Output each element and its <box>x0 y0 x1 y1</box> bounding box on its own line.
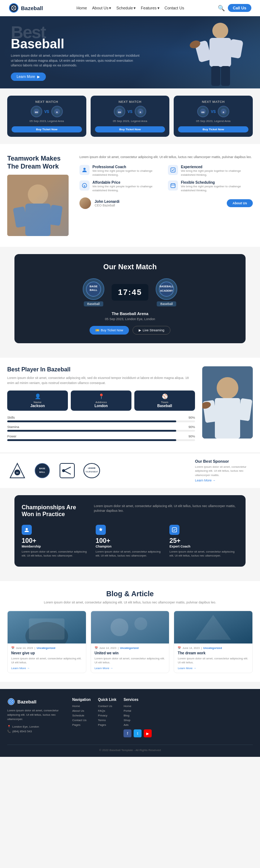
svg-point-4 <box>212 23 228 39</box>
team-badge-1a: BB <box>31 106 42 117</box>
name-label: Name <box>12 401 64 404</box>
nav-about[interactable]: About Us ▾ <box>92 6 111 10</box>
sponsor-info: Our Best Sponsor Lorem ipsum dolor sit a… <box>195 459 253 482</box>
team-icon: ⚾ <box>139 393 191 399</box>
championships-section: Championships Are Won in Practice Lorem … <box>14 495 246 567</box>
feature-scheduling-text: Flexible Scheduling We bring the right p… <box>181 180 253 192</box>
skill-stamina-label: Stamina 90% <box>7 425 195 429</box>
search-icon[interactable]: 🔍 <box>218 5 225 12</box>
venue-date: 05 Sep 2023, London Eye, London <box>22 317 238 321</box>
skill-stamina: Stamina 90% <box>7 425 195 432</box>
footer-service-blog[interactable]: Blog <box>124 714 152 717</box>
buy-ticket-btn-1[interactable]: Buy Ticket Now <box>12 126 82 132</box>
next-match-title: Our Next Match <box>22 263 238 271</box>
footer-quick-faqs[interactable]: FAQs <box>98 709 116 712</box>
footer: Bazeball Lorem ipsum dolor sit amet, con… <box>0 689 260 757</box>
feature-price-text: Affordable Price We bring the right peop… <box>92 180 164 192</box>
team1-block: BASEBALL Baseball <box>83 278 104 306</box>
match-1-date: 05 Sep 2023, Legend Area <box>12 119 82 123</box>
live-streaming-button[interactable]: ▶ Live Streaming <box>133 326 170 335</box>
skill-skills-bar-bg <box>7 420 195 422</box>
footer-nav-list: Home About Us Schedule Contact Us Pages <box>72 705 91 727</box>
footer-quick-contact[interactable]: Contact Us <box>98 705 116 708</box>
facebook-icon[interactable]: f <box>124 729 131 737</box>
skill-power-pct: 90% <box>188 435 195 438</box>
buy-ticket-btn-2[interactable]: Buy Ticket Now <box>95 126 165 132</box>
blog-1-img-svg <box>8 611 86 644</box>
venue-name: The Baseball Arena <box>22 311 238 316</box>
buy-ticket-btn-3[interactable]: Buy Ticket Now <box>178 126 248 132</box>
sponsor-learn-more[interactable]: Learn More → <box>195 479 253 482</box>
call-button[interactable]: Call Us <box>228 4 251 12</box>
skills-section: Skills 90% Stamina 90% Power <box>7 416 195 441</box>
footer-quick-privacy[interactable]: Privacy <box>98 714 116 717</box>
svg-point-28 <box>83 168 86 170</box>
blog-2-learn-more[interactable]: Learn More → <box>95 667 166 670</box>
player-photo-svg <box>202 366 253 439</box>
nav-features[interactable]: Features ▾ <box>141 6 159 10</box>
footer-quick-pages[interactable]: Pages <box>98 723 116 727</box>
hero-description: Lorem ipsum dolor sit amet, consectetur … <box>11 53 142 68</box>
hero-player-image <box>181 16 253 88</box>
footer-nav-schedule[interactable]: Schedule <box>72 714 91 717</box>
footer-nav-home[interactable]: Home <box>72 705 91 708</box>
footer-quick-col: Quick Link Contact Us FAQs Privacy Terms… <box>98 698 116 737</box>
blog-3-excerpt: Lorem ipsum dolor sit amet, consectetur … <box>178 657 249 664</box>
nav-home[interactable]: Home <box>77 6 87 10</box>
sponsor-logo-3 <box>57 462 77 479</box>
logo-icon <box>9 3 19 13</box>
learn-more-button[interactable]: Learn More ▶ <box>11 73 46 81</box>
blog-img-1 <box>8 611 86 644</box>
blog-img-2 <box>91 611 169 644</box>
footer-services-list: Home Portal Blog Shop Ads <box>124 705 152 727</box>
stat-card-team: ⚾ Team Baseball <box>134 391 195 411</box>
nav-logo[interactable]: Bazeball <box>9 3 43 13</box>
blog-1-excerpt: Lorem ipsum dolor sit amet, consectetur … <box>11 657 82 664</box>
skill-stamina-pct: 90% <box>188 425 195 429</box>
youtube-icon[interactable]: ▶ <box>144 729 152 737</box>
footer-nav-pages[interactable]: Pages <box>72 723 91 727</box>
sponsor-1-svg: BB <box>8 462 26 480</box>
footer-services-col: Services Home Portal Blog Shop Ads f t ▶ <box>124 698 152 737</box>
nav-contact[interactable]: Contact Us <box>165 6 184 10</box>
footer-service-shop[interactable]: Shop <box>124 719 152 722</box>
blog-cards: 📅 June 14, 2023 | Uncategorized Never gi… <box>7 611 253 673</box>
play-icon: ▶ <box>37 75 40 79</box>
match-action-buttons: 🎫 Buy Ticket Now ▶ Live Streaming <box>22 326 238 335</box>
teamwork-title: Teamwork Makes The Dream Work <box>7 155 72 170</box>
team-badge-3b: B <box>218 106 229 117</box>
experienced-icon <box>168 165 178 175</box>
footer-service-portal[interactable]: Portal <box>124 709 152 712</box>
teamwork-right: Lorem ipsum dolor sit amet, consectetur … <box>79 155 253 236</box>
footer-phone: 📞 (894) 8543 543 <box>7 730 65 733</box>
svg-point-68 <box>134 617 147 630</box>
match-card-2: Next Match BB VS B 05 Sep 2023, Legend A… <box>91 96 170 137</box>
footer-copyright: © 2022 Baseball Template - All Rights Re… <box>7 745 253 752</box>
svg-text:BB: BB <box>16 472 18 474</box>
footer-quick-terms[interactable]: Terms <box>98 719 116 722</box>
buy-ticket-button[interactable]: 🎫 Buy Ticket Now <box>90 326 129 335</box>
match-card-1-title: Next Match <box>12 100 82 104</box>
navbar: Bazeball Home About Us ▾ Schedule ▾ Feat… <box>0 0 260 16</box>
svg-rect-25 <box>25 204 51 236</box>
twitter-icon[interactable]: t <box>134 729 142 737</box>
footer-nav-about[interactable]: About Us <box>72 709 91 712</box>
footer-nav-contact[interactable]: Contact Us <box>72 719 91 722</box>
footer-service-ads[interactable]: Ads <box>124 723 152 727</box>
blog-card-1: 📅 June 14, 2023 | Uncategorized Never gi… <box>7 611 86 673</box>
sponsors-section: BB BASE BALL LEGEND TOURNAMENT <box>0 453 260 488</box>
nav-schedule[interactable]: Schedule ▾ <box>116 6 136 10</box>
coach-desc: Lorem ipsum dolor sit amet, consectetur … <box>169 550 238 558</box>
footer-address: 📍 London Eye, London <box>7 725 65 728</box>
about-us-button[interactable]: About Us <box>227 199 253 207</box>
footer-service-home[interactable]: Home <box>124 705 152 708</box>
teamwork-left: Teamwork Makes The Dream Work <box>7 155 72 236</box>
svg-text:BALL: BALL <box>90 288 97 292</box>
stat-card-name: 👤 Name Jackson <box>7 391 68 411</box>
blog-card-3: 📅 June 14, 2023 | Uncategorized The drea… <box>174 611 253 673</box>
footer-brand-desc: Lorem ipsum dolor sit amet, consectetur … <box>7 708 65 721</box>
svg-text:B: B <box>223 111 225 113</box>
blog-1-learn-more[interactable]: Learn More → <box>11 667 82 670</box>
blog-3-learn-more[interactable]: Learn More → <box>178 667 249 670</box>
next-match-section: Our Next Match BASEBALL Baseball 17:45 B… <box>14 254 246 343</box>
